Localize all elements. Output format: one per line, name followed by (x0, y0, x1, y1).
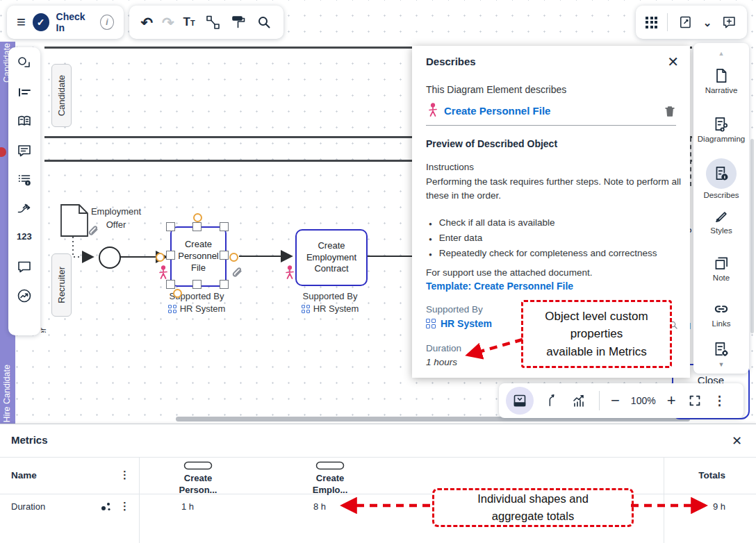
attributes-icon[interactable] (16, 172, 33, 191)
close-icon[interactable]: ✕ (732, 433, 742, 449)
comment-lines-icon[interactable] (16, 142, 33, 162)
document-settings-icon (712, 340, 730, 358)
lane-label-recruiter[interactable]: Recruiter (51, 253, 72, 317)
described-element-link[interactable]: Create Personnel File (444, 105, 550, 117)
cell-duration-task2[interactable]: 8 h (281, 501, 358, 512)
format-painter-icon[interactable] (230, 14, 247, 31)
zoom-in-icon[interactable]: + (667, 392, 676, 410)
branch-icon[interactable] (16, 201, 33, 220)
cluster-icon[interactable] (99, 501, 112, 513)
search-icon[interactable] (256, 14, 272, 31)
duration-value: 1 hours (426, 357, 457, 367)
sidebar-item-diagramming[interactable]: Diagramming (693, 115, 749, 143)
sidebar-item-settings-doc[interactable] (693, 340, 749, 360)
task-label: Create Employment Contract (297, 240, 366, 276)
document-label[interactable]: Employment Offer (82, 206, 150, 232)
support-text: For support use the attached document. (426, 267, 592, 278)
rotation-handle[interactable] (193, 213, 202, 222)
undo-icon[interactable]: ↶ (140, 15, 153, 30)
selection-handle[interactable] (166, 251, 175, 260)
column-divider (139, 457, 140, 543)
more-options-icon[interactable]: ⋮ (714, 394, 726, 407)
task-create-employment-contract[interactable]: Create Employment Contract (295, 229, 368, 286)
bullet-item: ●Enter data (429, 233, 482, 243)
new-document-icon[interactable] (677, 14, 693, 31)
panel-title: Describes (426, 56, 476, 67)
performance-icon[interactable] (16, 287, 33, 307)
hr-system-label[interactable]: HR System (313, 303, 359, 314)
connection-point[interactable] (229, 253, 238, 262)
task-create-personnel-file[interactable]: Create Personnel File (170, 226, 227, 287)
selection-handle[interactable] (220, 251, 229, 260)
row-menu-icon[interactable]: ⋮ (120, 501, 130, 511)
process-flow-icon[interactable] (545, 393, 560, 408)
connector-tool-icon[interactable] (204, 14, 221, 31)
trash-icon[interactable] (662, 103, 677, 119)
column-header-task1[interactable]: Create Person... (149, 460, 247, 496)
selection-handle[interactable] (166, 222, 175, 231)
vertical-scrollbar[interactable] (750, 139, 754, 333)
narrative-icon (712, 67, 730, 85)
selection-edge-fragment (690, 137, 691, 186)
duration-label: Duration (426, 343, 461, 353)
selection-handle[interactable] (166, 280, 175, 289)
sidebar-item-styles[interactable]: Styles (693, 207, 749, 235)
comment-icon[interactable] (16, 258, 33, 278)
check-in-badge-icon: ✓ (33, 13, 49, 31)
align-icon[interactable] (16, 85, 33, 104)
sidebar-item-note[interactable]: Note (693, 254, 749, 282)
metrics-chart-icon[interactable] (571, 392, 588, 409)
object-select-icon[interactable] (16, 56, 33, 75)
note-icon (712, 254, 730, 272)
annotation-box-object-properties: Object level custom properties available… (521, 300, 672, 368)
selection-handle[interactable] (192, 222, 202, 231)
bullet-icon: ● (429, 251, 432, 258)
association-flow[interactable] (73, 237, 93, 257)
column-header-task2[interactable]: Create Emplo... (281, 460, 379, 496)
toolbar-divider (667, 13, 668, 31)
connection-point[interactable] (156, 253, 165, 262)
close-icon[interactable]: ✕ (667, 53, 679, 70)
check-in-button[interactable]: Check In (56, 11, 93, 33)
hr-system-label[interactable]: HR System (180, 303, 226, 314)
chevron-down-icon[interactable]: ⌄ (703, 19, 712, 26)
scroll-up-icon[interactable]: ▲ (693, 50, 749, 57)
column-header-name[interactable]: Name (11, 470, 37, 481)
redo-icon[interactable]: ↷ (162, 15, 174, 30)
column-menu-icon[interactable]: ⋮ (120, 469, 130, 480)
start-event[interactable] (99, 247, 121, 269)
zoom-level[interactable]: 100% (631, 395, 656, 406)
column-header-totals[interactable]: Totals (667, 470, 741, 481)
numbers-icon[interactable]: 123 (17, 231, 32, 242)
connection-point[interactable] (173, 289, 182, 298)
apps-grid-icon[interactable] (646, 17, 657, 28)
cell-duration-total[interactable]: 9 h (667, 501, 741, 512)
selection-handle[interactable] (220, 280, 229, 289)
sidebar-item-narrative[interactable]: Narrative (693, 67, 749, 94)
scroll-down-icon[interactable]: ▼ (693, 361, 749, 368)
info-icon[interactable]: i (100, 15, 114, 30)
menu-icon[interactable]: ≡ (17, 15, 26, 30)
sidebar-item-describes[interactable]: Describes (693, 158, 749, 199)
glossary-icon[interactable] (16, 113, 33, 133)
template-link[interactable]: Template: Create Personnel File (426, 281, 573, 292)
describes-intro: This Diagram Element describes (426, 84, 566, 95)
text-format-icon[interactable]: TT (183, 15, 195, 29)
zoom-out-icon[interactable]: − (611, 392, 620, 410)
sidebar-item-links[interactable]: Links (693, 300, 749, 328)
lane-label-candidate[interactable]: Candidate (51, 64, 72, 127)
selection-handle[interactable] (192, 280, 202, 289)
selection-handle[interactable] (220, 222, 229, 231)
row-name-duration[interactable]: Duration (11, 501, 45, 512)
annotation-box-individual-totals: Individual shapes and aggregate totals (432, 488, 634, 527)
bullet-icon: ● (429, 236, 432, 242)
cell-duration-task1[interactable]: 1 h (149, 501, 226, 512)
add-comment-icon[interactable] (721, 14, 737, 31)
panel-toggle-icon[interactable] (506, 387, 534, 415)
instructions-label: Instructions (426, 162, 474, 172)
hr-system-link[interactable]: HR System (441, 318, 492, 329)
bullet-item: ●Check if all data is available (429, 217, 554, 228)
fullscreen-icon[interactable] (687, 393, 702, 408)
links-icon (712, 300, 730, 318)
diagramming-icon (712, 115, 730, 133)
